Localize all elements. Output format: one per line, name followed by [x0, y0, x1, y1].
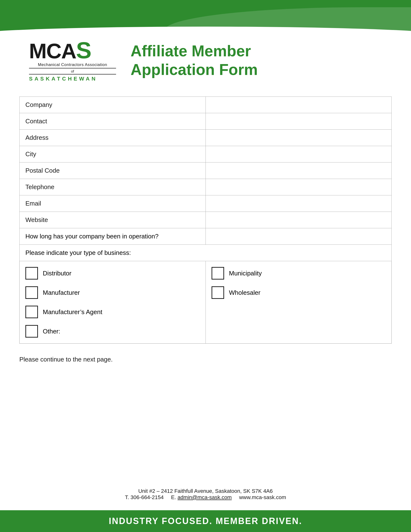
checkbox-manufacturer-item: Manufacturer: [25, 283, 200, 302]
checkbox-grid: Distributor Manufacturer Manufacturer’s …: [19, 261, 392, 343]
operation-row: How long has your company been in operat…: [19, 228, 392, 245]
wholesaler-label: Wholesaler: [229, 289, 260, 296]
logo-divider-2: [29, 74, 116, 75]
footer-email-link[interactable]: admin@mca-sask.com: [177, 494, 232, 500]
city-row: City: [19, 146, 392, 162]
checkbox-manufacturer[interactable]: [25, 286, 38, 299]
continue-text-label: Please continue to the next page.: [19, 356, 113, 363]
municipality-label: Municipality: [229, 270, 262, 277]
application-form: Company Contact Address City Postal Code: [19, 96, 392, 344]
checkbox-wholesaler-item: Wholesaler: [212, 283, 386, 302]
contact-row: Contact: [19, 113, 392, 130]
checkbox-mfr-agent[interactable]: [25, 306, 38, 318]
checkbox-distributor-item: Distributor: [25, 264, 200, 283]
logo-divider: [29, 68, 116, 68]
postal-code-field[interactable]: [206, 162, 392, 179]
continue-text: Please continue to the next page.: [0, 344, 411, 373]
distributor-label: Distributor: [43, 270, 71, 277]
company-field[interactable]: [206, 97, 392, 113]
top-banner: [0, 0, 411, 36]
postal-code-row: Postal Code: [19, 162, 392, 179]
telephone-field[interactable]: [206, 179, 392, 195]
form-title-line1: Affiliate Member: [131, 42, 258, 60]
checkbox-row-1: Distributor Manufacturer Manufacturer’s …: [19, 261, 392, 344]
website-label: Website: [19, 212, 206, 228]
contact-field[interactable]: [206, 113, 392, 130]
logo: MCAS Mechanical Contractors Association …: [29, 39, 116, 82]
checkbox-wholesaler[interactable]: [212, 286, 224, 299]
website-field[interactable]: [206, 212, 392, 228]
footer-email-label: E.: [171, 494, 176, 500]
telephone-label: Telephone: [19, 179, 206, 195]
company-label: Company: [19, 97, 206, 113]
checkbox-distributor[interactable]: [25, 267, 38, 280]
address-label: Address: [19, 130, 206, 146]
business-type-header: Please indicate your type of business:: [19, 245, 392, 261]
other-label: Other:: [43, 328, 60, 335]
checkbox-municipality-item: Municipality: [212, 264, 386, 283]
footer-website: www.mca-sask.com: [239, 494, 286, 500]
address-field[interactable]: [206, 130, 392, 146]
telephone-row: Telephone: [19, 179, 392, 195]
city-field[interactable]: [206, 146, 392, 162]
logo-region: SASKATCHEWAN: [29, 76, 97, 82]
logo-of: of: [29, 69, 116, 73]
footer-contact-line: T. 306-664-2154 E. admin@mca-sask.com ww…: [19, 494, 392, 501]
operation-question: How long has your company been in operat…: [19, 228, 206, 245]
operation-answer[interactable]: [206, 228, 392, 245]
contact-label: Contact: [19, 113, 206, 130]
checkbox-mfr-agent-item: Manufacturer’s Agent: [25, 302, 200, 322]
footer-phone: T. 306-664-2154: [125, 494, 164, 500]
checkbox-left: Distributor Manufacturer Manufacturer’s …: [19, 261, 206, 343]
manufacturer-label: Manufacturer: [43, 289, 80, 296]
footer-address: Unit #2 – 2412 Faithfull Avenue, Saskato…: [0, 478, 411, 505]
email-field[interactable]: [206, 195, 392, 212]
mfr-agent-label: Manufacturer’s Agent: [43, 308, 102, 316]
form-title: Affiliate Member Application Form: [131, 42, 258, 79]
address-row: Address: [19, 130, 392, 146]
checkbox-other[interactable]: [25, 325, 38, 338]
email-row: Email: [19, 195, 392, 212]
wave-decoration: [164, 7, 411, 36]
postal-code-label: Postal Code: [19, 162, 206, 179]
business-type-label: Please indicate your type of business:: [19, 245, 392, 261]
logo-letters: MCAS: [29, 39, 91, 62]
email-label: Email: [19, 195, 206, 212]
checkbox-municipality[interactable]: [212, 267, 224, 280]
checkbox-right: Municipality Wholesaler: [206, 261, 392, 343]
logo-subtitle: Mechanical Contractors Association: [29, 62, 116, 67]
website-row: Website: [19, 212, 392, 228]
form-container: Company Contact Address City Postal Code: [0, 96, 411, 344]
city-label: City: [19, 146, 206, 162]
company-row: Company: [19, 97, 392, 113]
form-title-line2: Application Form: [131, 60, 258, 79]
footer-bar: INDUSTRY FOCUSED. MEMBER DRIVEN.: [0, 510, 411, 532]
footer-tagline: INDUSTRY FOCUSED. MEMBER DRIVEN.: [109, 516, 302, 526]
footer-address-line: Unit #2 – 2412 Faithfull Avenue, Saskato…: [19, 488, 392, 494]
checkbox-other-item: Other:: [25, 322, 200, 341]
